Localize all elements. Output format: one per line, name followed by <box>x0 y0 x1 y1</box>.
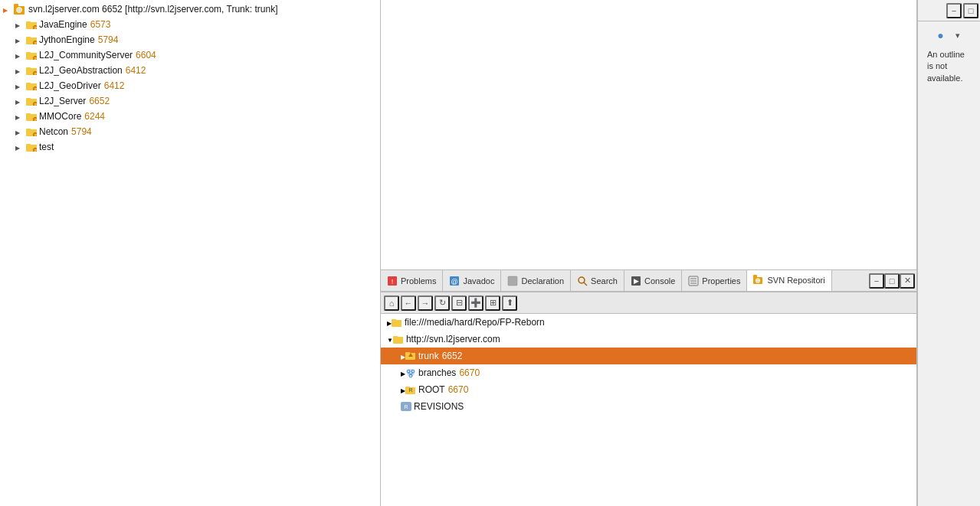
svn-icon-trunk <box>405 351 416 361</box>
left-tree-item-l2j_server[interactable]: ▶L2J_Server6652 <box>0 93 380 109</box>
svn-icon-file-repo <box>392 318 402 327</box>
tab-search[interactable]: Search <box>571 270 624 292</box>
tabs-end-buttons: −□✕ <box>869 270 916 291</box>
expand-arrow-netcon: ▶ <box>15 128 26 136</box>
tab-label-properties: Properties <box>702 276 740 286</box>
svn-label-revisions: REVISIONS <box>414 401 464 412</box>
tab-svn-repo[interactable]: SVN Repositori <box>747 270 831 292</box>
svg-rect-46 <box>753 275 757 278</box>
center-panel: !Problems@JavadocDeclarationSearch▶Conso… <box>381 0 917 506</box>
svn-label-file-repo: file:///media/hard/Repo/FP-Reborn <box>405 317 545 328</box>
tree-label-l2j_geodriver: L2J_GeoDriver <box>39 80 101 91</box>
tree-icon-javaengine <box>26 20 37 29</box>
svn-toolbar-export-button[interactable]: ⬆ <box>502 295 517 311</box>
tab-icon-javadoc: @ <box>449 276 460 286</box>
left-panel: ▶svn.l2jserver.com 6652 [http://svn.l2js… <box>0 0 381 506</box>
svn-toolbar-back-button[interactable]: ← <box>401 295 416 311</box>
tab-icon-svn-repo <box>753 275 764 286</box>
svn-panel-close-button[interactable]: ✕ <box>900 273 915 289</box>
left-tree-item-l2j_geodriver[interactable]: ▶L2J_GeoDriver6412 <box>0 78 380 93</box>
left-tree-item-root[interactable]: ▶svn.l2jserver.com 6652 [http://svn.l2js… <box>0 2 380 17</box>
svg-line-38 <box>584 282 587 286</box>
svg-text:▶: ▶ <box>634 277 639 285</box>
expand-arrow-javaengine: ▶ <box>15 21 26 29</box>
tree-label-l2j_geo_abstraction: L2J_GeoAbstraction <box>39 65 123 76</box>
tree-label-jythonengine: JythonEngine <box>39 34 95 45</box>
tab-label-console: Console <box>644 276 675 286</box>
svn-tree-item-revisions[interactable]: RREVISIONS <box>381 398 916 415</box>
left-tree-item-jythonengine[interactable]: ▶JythonEngine5794 <box>0 32 380 47</box>
tab-label-problems: Problems <box>401 276 436 286</box>
left-tree-item-test[interactable]: ▶test <box>0 139 380 155</box>
svn-toolbar-table-button[interactable]: ⊞ <box>485 295 500 311</box>
svn-label-root-node: ROOT <box>418 384 445 395</box>
tab-label-svn-repo: SVN Repositori <box>767 276 824 285</box>
tab-problems[interactable]: !Problems <box>381 270 443 292</box>
left-tree-item-mmocore[interactable]: ▶MMOCore6244 <box>0 109 380 124</box>
svn-panel: ⌂←→↻⊟➕⊞⬆ ▶file:///media/hard/Repo/FP-Reb… <box>381 292 916 506</box>
svg-rect-36 <box>508 276 517 286</box>
svg-point-37 <box>578 277 585 283</box>
expand-arrow-mmocore: ▶ <box>15 113 26 121</box>
svn-toolbar-home-button[interactable]: ⌂ <box>384 295 399 311</box>
svn-toolbar-refresh-button[interactable]: ↻ <box>434 295 450 311</box>
outline-dropdown-icon[interactable]: ▾ <box>950 28 965 43</box>
svn-toolbar-add-button[interactable]: ➕ <box>468 295 483 311</box>
left-tree-item-l2j_community[interactable]: ▶L2J_CommunityServer6604 <box>0 47 380 63</box>
tab-javadoc[interactable]: @Javadoc <box>443 270 501 292</box>
svn-tree-item-trunk[interactable]: ▶trunk 6652 <box>381 348 916 364</box>
svn-tree-item-http-repo[interactable]: ▼http://svn.l2jserver.com <box>381 331 916 348</box>
outline-controls: ● ▾ <box>933 28 965 43</box>
svn-toolbar-forward-button[interactable]: → <box>418 295 433 311</box>
left-tree-area[interactable]: ▶svn.l2jserver.com 6652 [http://svn.l2js… <box>0 0 380 506</box>
outline-minimize-button[interactable]: − <box>946 3 962 18</box>
right-top-buttons: − □ <box>918 0 980 21</box>
tree-icon-jythonengine <box>26 35 37 44</box>
svn-rev-root-node: 6670 <box>448 384 469 395</box>
svn-tree-item-branches[interactable]: ▶branches 6670 <box>381 364 916 381</box>
tab-properties[interactable]: Properties <box>682 270 747 292</box>
svn-icon-http-repo <box>393 335 404 344</box>
svn-tree-item-root-node[interactable]: ▶RROOT 6670 <box>381 381 916 398</box>
outline-area: ● ▾ An outline is not available. <box>918 21 980 506</box>
expand-arrow-test: ▶ <box>15 143 26 152</box>
tabs-maximize-button[interactable]: □ <box>884 273 900 289</box>
tabs-minimize-button[interactable]: − <box>869 273 884 289</box>
rev-num-netcon: 5794 <box>71 126 92 137</box>
svn-toolbar-collapse-button[interactable]: ⊟ <box>451 295 467 311</box>
svn-tree-item-file-repo[interactable]: ▶file:///media/hard/Repo/FP-Reborn <box>381 314 916 331</box>
rev-num-l2j_geodriver: 6412 <box>104 80 125 91</box>
svn-expand-http-repo: ▼ <box>387 334 393 344</box>
outline-text: An outline is not available. <box>924 46 974 87</box>
expand-arrow-l2j_geodriver: ▶ <box>15 82 26 90</box>
tree-label-netcon: Netcon <box>39 126 68 137</box>
left-tree-item-l2j_geo_abstraction[interactable]: ▶L2J_GeoAbstraction6412 <box>0 63 380 78</box>
svg-rect-1 <box>14 4 18 8</box>
left-tree-item-javaengine[interactable]: ▶JavaEngine6573 <box>0 17 380 32</box>
tab-icon-problems: ! <box>387 276 398 286</box>
left-tree-item-netcon[interactable]: ▶Netcon5794 <box>0 124 380 139</box>
svg-text:@: @ <box>451 278 458 286</box>
svn-label-branches: branches <box>418 367 456 378</box>
tab-label-search: Search <box>591 276 618 286</box>
tab-declaration[interactable]: Declaration <box>501 270 571 292</box>
outline-maximize-button[interactable]: □ <box>963 3 978 18</box>
tree-label-l2j_server: L2J_Server <box>39 96 86 106</box>
expand-arrow-l2j_community: ▶ <box>15 51 26 60</box>
tab-console[interactable]: ▶Console <box>624 270 682 292</box>
tab-label-declaration: Declaration <box>521 276 564 286</box>
tree-icon-l2j_community <box>26 51 37 60</box>
tree-icon-netcon <box>26 127 37 136</box>
tree-label-root: svn.l2jserver.com 6652 [http://svn.l2jse… <box>28 4 277 15</box>
editor-area <box>381 0 916 270</box>
tree-icon-l2j_server <box>26 96 37 106</box>
tree-icon-l2j_geodriver <box>26 81 37 90</box>
tree-icon-l2j_geo_abstraction <box>26 66 37 75</box>
svn-tree-area[interactable]: ▶file:///media/hard/Repo/FP-Reborn▼http:… <box>381 314 916 506</box>
tree-icon-mmocore <box>26 112 37 121</box>
svn-rev-branches: 6670 <box>459 367 480 378</box>
svn-toolbar: ⌂←→↻⊟➕⊞⬆ <box>381 292 916 314</box>
right-panel: − □ ● ▾ An outline is not available. <box>917 0 980 506</box>
expand-arrow-l2j_geo_abstraction: ▶ <box>15 67 26 75</box>
svn-icon-root-node: R <box>405 385 416 394</box>
